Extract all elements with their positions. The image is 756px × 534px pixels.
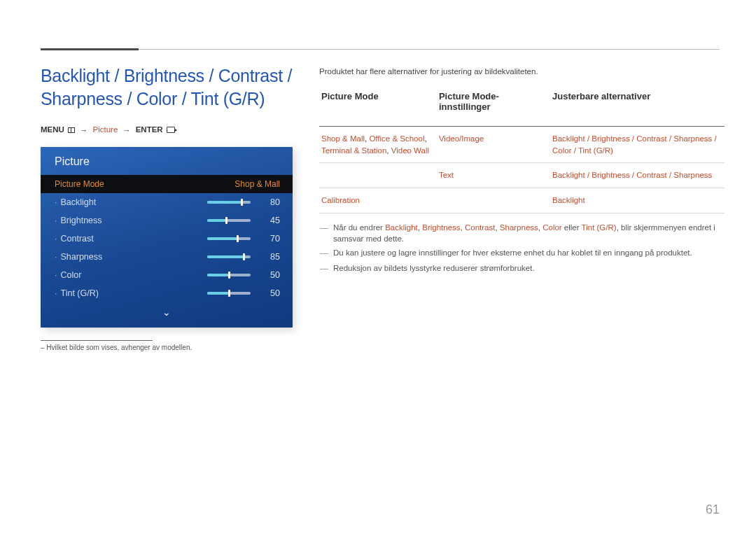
footnote: – Hvilket bilde som vises, avhenger av m…: [41, 344, 293, 351]
osd-row-label: Color: [60, 270, 207, 280]
table-header: Justerbare alternativer: [550, 87, 724, 127]
note: ― Du kan justere og lagre innstillinger …: [319, 247, 724, 260]
osd-row-value: 50: [262, 270, 280, 280]
table-cell: Video/Image: [437, 127, 550, 163]
options-table: Picture Mode Picture Mode-innstillinger …: [319, 87, 724, 213]
osd-row-value: 80: [262, 197, 280, 207]
note-text: Reduksjon av bildets lysstyrke reduserer…: [333, 262, 535, 275]
table-cell: Backlight / Brightness / Contrast / Shar…: [550, 127, 724, 163]
bullet-icon: ·: [55, 216, 57, 225]
osd-row[interactable]: ·Contrast70: [41, 230, 293, 248]
note-text: Du kan justere og lagre innstillinger fo…: [333, 247, 692, 260]
table-cell: Calibration: [319, 188, 437, 213]
osd-row-label: Backlight: [60, 197, 207, 207]
note: ― Reduksjon av bildets lysstyrke reduser…: [319, 262, 724, 275]
page-title: Backlight / Brightness / Contrast / Shar…: [41, 64, 293, 110]
osd-row[interactable]: ·Sharpness85: [41, 248, 293, 266]
osd-row[interactable]: ·Backlight80: [41, 193, 293, 211]
arrow-right-icon: →: [80, 126, 88, 134]
menu-picture: Picture: [92, 125, 118, 134]
note-text: Når du endrer Backlight, Brightness, Con…: [333, 222, 724, 244]
table-cell: Backlight / Brightness / Contrast / Shar…: [550, 163, 724, 188]
osd-row-value: 70: [262, 234, 280, 244]
osd-selected-value: Shop & Mall: [234, 179, 280, 189]
slider[interactable]: [207, 201, 251, 204]
intro-text: Produktet har flere alternativer for jus…: [319, 67, 724, 76]
osd-row[interactable]: ·Color50: [41, 266, 293, 284]
osd-row-label: Brightness: [60, 216, 207, 225]
arrow-right-icon: →: [122, 126, 130, 134]
bullet-icon: ·: [55, 234, 57, 244]
osd-panel: Picture Picture Mode Shop & Mall ·Backli…: [41, 147, 293, 328]
bullet-icon: ·: [55, 270, 57, 280]
osd-row-value: 50: [262, 288, 280, 298]
table-row: TextBacklight / Brightness / Contrast / …: [319, 163, 724, 188]
osd-selected-label: Picture Mode: [55, 179, 104, 189]
table-cell: [437, 188, 550, 213]
section-divider: [41, 49, 720, 50]
table-row: Shop & Mall, Office & School, Terminal &…: [319, 127, 724, 163]
table-header: Picture Mode: [319, 87, 437, 127]
page-number: 61: [706, 503, 720, 517]
menu-path: MENU → Picture → ENTER: [41, 125, 293, 134]
notes-block: ― Når du endrer Backlight, Brightness, C…: [319, 222, 724, 275]
osd-row-value: 45: [262, 216, 280, 225]
menu-label: MENU: [41, 125, 64, 134]
footnote-divider: [41, 340, 153, 341]
osd-row-label: Sharpness: [60, 252, 207, 262]
osd-row[interactable]: ·Brightness45: [41, 211, 293, 230]
slider[interactable]: [207, 292, 251, 295]
table-cell: [319, 163, 437, 188]
table-cell: Backlight: [550, 188, 724, 213]
slider[interactable]: [207, 274, 251, 276]
note: ― Når du endrer Backlight, Brightness, C…: [319, 222, 724, 244]
menu-enter: ENTER: [136, 125, 163, 134]
slider[interactable]: [207, 255, 251, 258]
table-cell: Text: [437, 163, 550, 188]
enter-icon: [167, 127, 175, 133]
menu-icon: [68, 127, 75, 133]
osd-selected-row[interactable]: Picture Mode Shop & Mall: [41, 175, 293, 193]
dash-icon: ―: [319, 248, 329, 260]
osd-row[interactable]: ·Tint (G/R)50: [41, 284, 293, 302]
dash-icon: ―: [319, 223, 329, 244]
bullet-icon: ·: [55, 197, 57, 207]
slider[interactable]: [207, 219, 251, 222]
chevron-down-icon[interactable]: ⌄: [41, 307, 293, 318]
bullet-icon: ·: [55, 252, 57, 262]
osd-row-label: Contrast: [60, 234, 207, 244]
table-row: CalibrationBacklight: [319, 188, 724, 213]
slider[interactable]: [207, 237, 251, 240]
table-header: Picture Mode-innstillinger: [437, 87, 550, 127]
table-cell: Shop & Mall, Office & School, Terminal &…: [319, 127, 437, 163]
osd-row-value: 85: [262, 252, 280, 262]
osd-row-label: Tint (G/R): [60, 288, 207, 298]
osd-title: Picture: [41, 155, 293, 175]
bullet-icon: ·: [55, 288, 57, 298]
section-divider-accent: [41, 48, 139, 50]
dash-icon: ―: [319, 263, 329, 275]
